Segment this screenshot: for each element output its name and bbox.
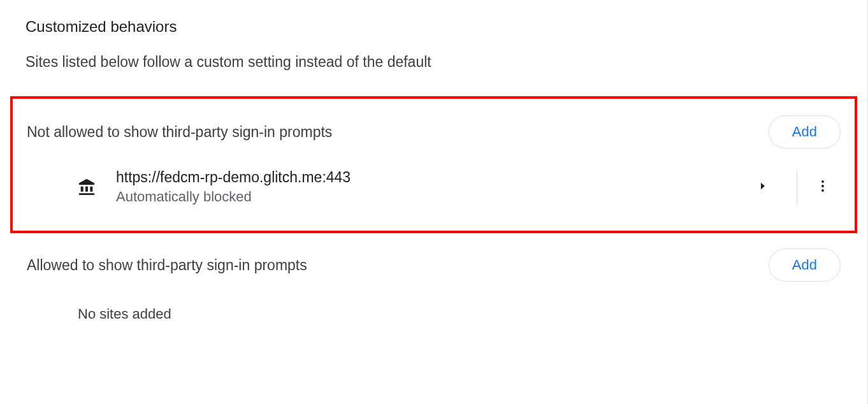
vertical-divider xyxy=(797,170,797,205)
caret-right-icon xyxy=(757,184,769,194)
institution-icon xyxy=(76,177,97,198)
not-allowed-block: Not allowed to show third-party sign-in … xyxy=(10,96,857,233)
section-subtitle: Sites listed below follow a custom setti… xyxy=(25,54,842,71)
not-allowed-heading: Not allowed to show third-party sign-in … xyxy=(27,124,332,141)
site-status: Automatically blocked xyxy=(116,189,742,205)
site-more-button[interactable] xyxy=(810,171,835,203)
allowed-empty-text: No sites added xyxy=(27,306,841,322)
add-not-allowed-button[interactable]: Add xyxy=(769,115,841,148)
add-allowed-button[interactable]: Add xyxy=(769,249,841,282)
allowed-heading: Allowed to show third-party sign-in prom… xyxy=(27,257,307,274)
svg-point-0 xyxy=(821,180,824,183)
section-title: Customized behaviors xyxy=(25,18,842,36)
svg-point-1 xyxy=(821,185,824,187)
site-url: https://fedcm-rp-demo.glitch.me:443 xyxy=(116,169,742,186)
svg-point-2 xyxy=(821,189,824,192)
site-expand-button[interactable] xyxy=(742,173,784,201)
allowed-block: Allowed to show third-party sign-in prom… xyxy=(25,249,842,322)
site-row: https://fedcm-rp-demo.glitch.me:443 Auto… xyxy=(27,169,841,205)
more-vertical-icon xyxy=(815,186,830,196)
